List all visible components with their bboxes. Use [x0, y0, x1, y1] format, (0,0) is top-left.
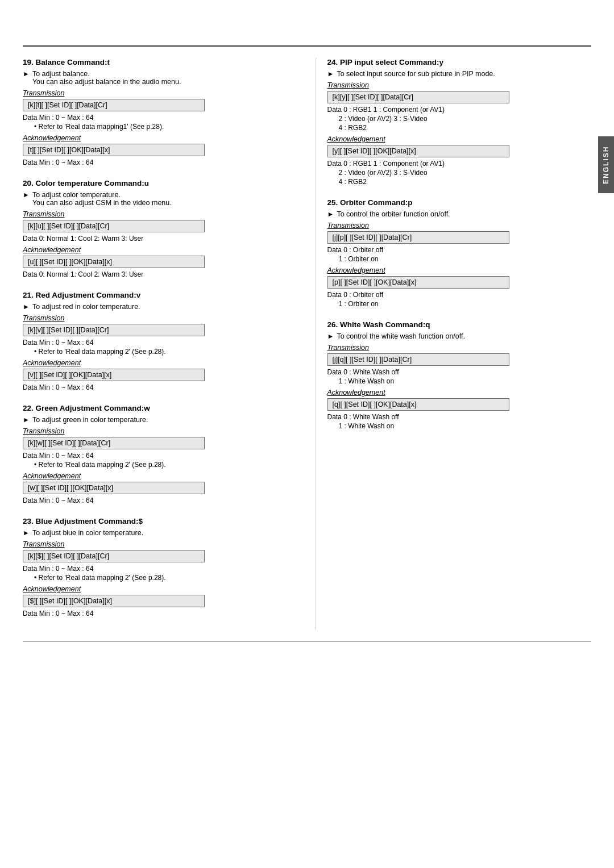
section-19: 19. Balance Command:t ► To adjust balanc…	[23, 58, 287, 166]
section-21-transmission-label: Transmission	[23, 314, 287, 322]
section-23-data-2: • Refer to 'Real data mapping 2' (See p.…	[23, 574, 287, 582]
section-24-data-2: 2 : Video (or AV2) 3 : S-Video	[327, 115, 592, 123]
section-20-arrow-1: ► To adjust color temperature.You can al…	[23, 191, 287, 207]
section-23-text-1: To adjust blue in color temperature.	[32, 529, 143, 537]
side-tab-english: ENGLISH	[598, 136, 614, 193]
section-26-data-1: Data 0 : White Wash off	[327, 368, 592, 376]
section-21: 21. Red Adjustment Command:v ► To adjust…	[23, 291, 287, 391]
section-26-title: 26. White Wash Command:q	[327, 320, 592, 329]
section-24-text-1: To select input source for sub picture i…	[337, 70, 495, 78]
section-22-arrow-1: ► To adjust green in color temperature.	[23, 416, 287, 424]
content-area: 19. Balance Command:t ► To adjust balanc…	[0, 47, 614, 641]
section-22-ack-label: Acknowledgement	[23, 472, 287, 480]
section-24-ack-data-3: 4 : RGB2	[327, 178, 592, 186]
section-22-data-1: Data Min : 0 ~ Max : 64	[23, 452, 287, 460]
section-26-ack-cmd: [q][ ][Set ID][ ][OK][Data][x]	[327, 398, 509, 411]
section-25-transmission-label: Transmission	[327, 222, 592, 229]
section-21-ack-data-1: Data Min : 0 ~ Max : 64	[23, 383, 287, 391]
section-25-text-1: To control the orbiter function on/off.	[337, 210, 450, 218]
section-20-transmission-label: Transmission	[23, 210, 287, 218]
section-26-transmission-label: Transmission	[327, 344, 592, 352]
section-25-data-1: Data 0 : Orbiter off	[327, 246, 592, 254]
section-26-ack-data-1: Data 0 : White Wash off	[327, 413, 592, 421]
page: ENGLISH 19. Balance Command:t ► To adjus…	[0, 45, 614, 868]
arrow-icon-21-1: ►	[23, 303, 30, 311]
section-25-transmission-cmd: [j][p][ ][Set ID][ ][Data][Cr]	[327, 231, 509, 244]
section-23-title: 23. Blue Adjustment Command:$	[23, 517, 287, 525]
section-19-data-2: • Refer to 'Real data mapping1' (See p.2…	[23, 123, 287, 131]
section-24-ack-data-1: Data 0 : RGB1 1 : Component (or AV1)	[327, 160, 592, 168]
section-24-title: 24. PIP input select Command:y	[327, 58, 592, 66]
section-19-title: 19. Balance Command:t	[23, 58, 287, 66]
section-25-arrow-1: ► To control the orbiter function on/off…	[327, 210, 592, 218]
section-26: 26. White Wash Command:q ► To control th…	[327, 320, 592, 430]
arrow-icon-24-1: ►	[327, 70, 334, 78]
section-25-ack-cmd: [p][ ][Set ID][ ][OK][Data][x]	[327, 276, 509, 289]
right-column: 24. PIP input select Command:y ► To sele…	[316, 58, 592, 630]
section-21-ack-label: Acknowledgement	[23, 359, 287, 367]
section-23-transmission-cmd: [k][$][ ][Set ID][ ][Data][Cr]	[23, 550, 205, 562]
section-24-ack-label: Acknowledgement	[327, 135, 592, 143]
section-25-title: 25. Orbiter Command:p	[327, 198, 592, 207]
arrow-icon-25-1: ►	[327, 210, 334, 218]
section-22-text-1: To adjust green in color temperature.	[32, 416, 148, 424]
section-24-transmission-cmd: [k][y][ ][Set ID][ ][Data][Cr]	[327, 91, 509, 103]
section-20-title: 20. Color temperature Command:u	[23, 179, 287, 187]
section-23-ack-cmd: [$][ ][Set ID][ ][OK][Data][x]	[23, 595, 205, 607]
section-24-data-3: 4 : RGB2	[327, 124, 592, 132]
section-24-data-1: Data 0 : RGB1 1 : Component (or AV1)	[327, 106, 592, 114]
section-23-data-1: Data Min : 0 ~ Max : 64	[23, 565, 287, 573]
section-24-arrow-1: ► To select input source for sub picture…	[327, 70, 592, 78]
bottom-divider	[23, 641, 591, 642]
section-22-transmission-label: Transmission	[23, 427, 287, 435]
side-tab-label: ENGLISH	[602, 145, 610, 183]
left-column: 19. Balance Command:t ► To adjust balanc…	[23, 58, 298, 630]
section-22-data-2: • Refer to 'Real data mapping 2' (See p.…	[23, 461, 287, 469]
arrow-icon-22-1: ►	[23, 416, 30, 424]
section-21-transmission-cmd: [k][v][ ][Set ID][ ][Data][Cr]	[23, 324, 205, 336]
section-22-transmission-cmd: [k][w][ ][Set ID][ ][Data][Cr]	[23, 437, 205, 449]
section-19-text-1: To adjust balance.You can also adjust ba…	[32, 70, 181, 86]
section-19-ack-label: Acknowledgement	[23, 134, 287, 142]
section-19-arrow-1: ► To adjust balance.You can also adjust …	[23, 70, 287, 86]
section-20-ack-cmd: [u][ ][Set ID][ ][OK][Data][x]	[23, 256, 205, 268]
section-22-ack-data-1: Data Min : 0 ~ Max : 64	[23, 496, 287, 504]
section-20-transmission-cmd: [k][u][ ][Set ID][ ][Data][Cr]	[23, 220, 205, 232]
section-26-ack-data-2: 1 : White Wash on	[327, 422, 592, 430]
section-26-text-1: To control the white wash function on/of…	[337, 332, 465, 340]
section-26-ack-label: Acknowledgement	[327, 389, 592, 397]
section-19-transmission-cmd: [k][t][ ][Set ID][ ][Data][Cr]	[23, 99, 205, 111]
section-23: 23. Blue Adjustment Command:$ ► To adjus…	[23, 517, 287, 617]
section-19-ack-data-1: Data Min : 0 ~ Max : 64	[23, 158, 287, 166]
section-24-transmission-label: Transmission	[327, 81, 592, 89]
section-26-arrow-1: ► To control the white wash function on/…	[327, 332, 592, 340]
section-19-data-1: Data Min : 0 ~ Max : 64	[23, 114, 287, 122]
section-22-title: 22. Green Adjustment Command:w	[23, 404, 287, 412]
section-26-transmission-cmd: [j][q][ ][Set ID][ ][Data][Cr]	[327, 353, 509, 366]
section-23-transmission-label: Transmission	[23, 540, 287, 548]
section-19-transmission-label: Transmission	[23, 89, 287, 97]
section-22: 22. Green Adjustment Command:w ► To adju…	[23, 404, 287, 504]
section-21-arrow-1: ► To adjust red in color temperature.	[23, 303, 287, 311]
section-25: 25. Orbiter Command:p ► To control the o…	[327, 198, 592, 308]
section-21-title: 21. Red Adjustment Command:v	[23, 291, 287, 299]
section-21-text-1: To adjust red in color temperature.	[32, 303, 140, 311]
section-24: 24. PIP input select Command:y ► To sele…	[327, 58, 592, 186]
section-19-ack-cmd: [t][ ][Set ID][ ][OK][Data][x]	[23, 144, 205, 156]
section-21-ack-cmd: [v][ ][Set ID][ ][OK][Data][x]	[23, 369, 205, 381]
arrow-icon-26-1: ►	[327, 332, 334, 340]
section-24-ack-data-2: 2 : Video (or AV2) 3 : S-Video	[327, 169, 592, 177]
section-21-data-2: • Refer to 'Real data mapping 2' (See p.…	[23, 348, 287, 356]
section-23-ack-label: Acknowledgement	[23, 585, 287, 593]
section-25-ack-label: Acknowledgement	[327, 266, 592, 274]
section-25-ack-data-2: 1 : Orbiter on	[327, 300, 592, 308]
section-20-data-1: Data 0: Normal 1: Cool 2: Warm 3: User	[23, 235, 287, 243]
section-20-ack-data-1: Data 0: Normal 1: Cool 2: Warm 3: User	[23, 270, 287, 278]
section-20-text-1: To adjust color temperature.You can also…	[32, 191, 172, 207]
section-20-ack-label: Acknowledgement	[23, 246, 287, 254]
section-25-ack-data-1: Data 0 : Orbiter off	[327, 291, 592, 299]
section-21-data-1: Data Min : 0 ~ Max : 64	[23, 339, 287, 347]
section-26-data-2: 1 : White Wash on	[327, 377, 592, 385]
section-24-ack-cmd: [y][ ][Set ID][ ][OK][Data][x]	[327, 145, 509, 157]
arrow-icon-20-1: ►	[23, 191, 30, 199]
